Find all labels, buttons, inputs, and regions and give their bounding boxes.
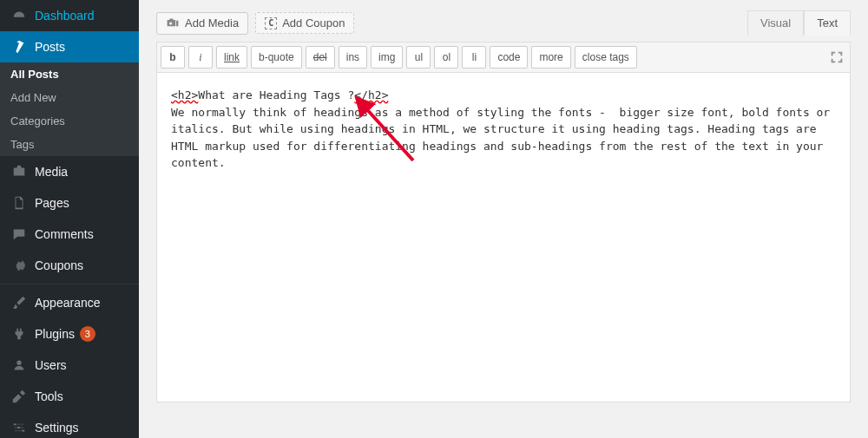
sidebar-item-media[interactable]: Media: [0, 156, 139, 187]
add-media-label: Add Media: [185, 16, 239, 29]
main-content: Add Media C Add Coupon Visual Text b i l…: [139, 0, 868, 438]
sidebar-item-label: Comments: [35, 227, 94, 241]
pin-icon: [10, 38, 28, 56]
add-coupon-label: Add Coupon: [282, 16, 345, 29]
code-button[interactable]: code: [490, 46, 528, 69]
editor-mode-tabs: Visual Text: [747, 10, 851, 36]
sidebar-item-label: Appearance: [35, 296, 101, 310]
sidebar-item-pages[interactable]: Pages: [0, 187, 139, 219]
sidebar-separator: [0, 284, 139, 284]
comments-icon: [10, 226, 28, 243]
sidebar-item-posts[interactable]: Posts: [0, 31, 139, 62]
text-editor-toolbar: b i link b-quote del ins img ul ol li co…: [156, 42, 851, 73]
editor-content[interactable]: <h2>What are Heading Tags ?</h2> We norm…: [171, 87, 836, 172]
tab-visual[interactable]: Visual: [747, 10, 804, 36]
ol-button[interactable]: ol: [434, 46, 458, 69]
tools-icon: [10, 388, 28, 405]
sidebar-item-label: Settings: [35, 421, 79, 435]
add-coupon-button[interactable]: C Add Coupon: [255, 12, 354, 34]
gear-icon: [10, 257, 28, 274]
sidebar-item-label: Dashboard: [35, 9, 95, 23]
sidebar-item-dashboard[interactable]: Dashboard: [0, 0, 139, 31]
li-button[interactable]: li: [462, 46, 486, 69]
del-button[interactable]: del: [306, 46, 335, 69]
submenu-add-new[interactable]: Add New: [0, 86, 139, 109]
link-button[interactable]: link: [216, 46, 247, 69]
sidebar-item-label: Pages: [35, 196, 69, 210]
editor-topbar: Add Media C Add Coupon Visual Text: [156, 10, 851, 36]
more-button[interactable]: more: [531, 46, 570, 69]
plug-icon: [10, 325, 28, 343]
users-icon: [10, 356, 28, 374]
close-tags-button[interactable]: close tags: [575, 46, 637, 69]
bold-button[interactable]: b: [161, 46, 185, 69]
admin-sidebar: Dashboard Posts All Posts Add New Catego…: [0, 0, 139, 438]
tab-text[interactable]: Text: [804, 10, 851, 36]
bquote-button[interactable]: b-quote: [251, 46, 302, 69]
sidebar-item-label: Tools: [35, 389, 63, 403]
sidebar-item-label: Media: [35, 165, 68, 179]
sidebar-item-label: Posts: [35, 40, 65, 54]
sidebar-item-label: Plugins: [35, 327, 75, 341]
sidebar-item-label: Coupons: [35, 258, 83, 272]
text-editor-area[interactable]: <h2>What are Heading Tags ?</h2> We norm…: [156, 73, 851, 402]
coupon-icon: C: [265, 17, 277, 29]
submenu-all-posts[interactable]: All Posts: [0, 62, 139, 86]
camera-music-icon: [166, 16, 180, 30]
sidebar-item-tools[interactable]: Tools: [0, 381, 139, 412]
submenu-tags[interactable]: Tags: [0, 133, 139, 156]
fullscreen-toggle-icon[interactable]: [829, 49, 845, 65]
plugins-update-badge: 3: [80, 326, 95, 342]
dashboard-icon: [10, 7, 28, 24]
settings-icon: [10, 419, 28, 436]
img-button[interactable]: img: [371, 46, 403, 69]
brush-icon: [10, 294, 28, 311]
sidebar-item-comments[interactable]: Comments: [0, 219, 139, 250]
ul-button[interactable]: ul: [406, 46, 431, 69]
ins-button[interactable]: ins: [339, 46, 367, 69]
sidebar-item-appearance[interactable]: Appearance: [0, 287, 139, 318]
add-media-button[interactable]: Add Media: [156, 12, 248, 35]
italic-button[interactable]: i: [188, 46, 213, 69]
sidebar-item-label: Users: [35, 358, 67, 372]
media-icon: [10, 163, 28, 180]
sidebar-item-coupons[interactable]: Coupons: [0, 250, 139, 281]
submenu-categories[interactable]: Categories: [0, 109, 139, 133]
sidebar-item-users[interactable]: Users: [0, 350, 139, 381]
posts-submenu: All Posts Add New Categories Tags: [0, 62, 139, 156]
pages-icon: [10, 194, 28, 212]
sidebar-item-settings[interactable]: Settings: [0, 412, 139, 438]
sidebar-item-plugins[interactable]: Plugins 3: [0, 318, 139, 350]
